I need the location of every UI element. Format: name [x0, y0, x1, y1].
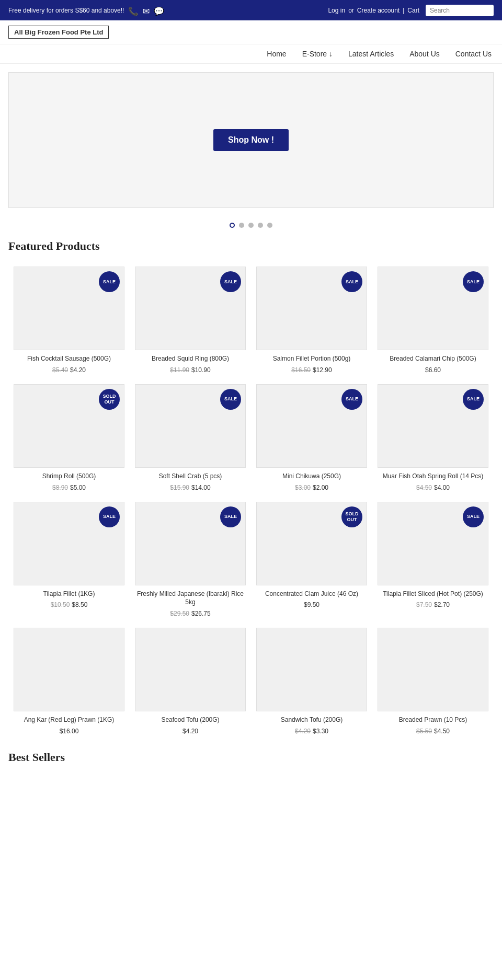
- nav-about-us[interactable]: About Us: [409, 50, 440, 58]
- nav-bar: Home E-Store ↓ Latest Articles About Us …: [0, 44, 502, 64]
- hero-banner: Shop Now !: [8, 72, 494, 208]
- price-original: $10.50: [51, 601, 70, 608]
- carousel-dot-5[interactable]: [267, 223, 272, 228]
- top-bar: Free delivery for orders S$60 and above!…: [0, 0, 502, 20]
- product-badge: SALE: [99, 506, 120, 527]
- price-current: $2.00: [313, 484, 328, 491]
- price-current: $3.30: [313, 728, 328, 735]
- product-price: $10.50$8.50: [14, 601, 124, 608]
- product-card[interactable]: SALEFreshly Milled Japanese (Ibaraki) Ri…: [130, 497, 251, 623]
- product-card[interactable]: SOLD OUTShrimp Roll (500G)$8.90$5.00: [8, 379, 130, 497]
- store-title[interactable]: All Big Frozen Food Pte Ltd: [8, 26, 109, 39]
- contact-icons: 📞 ✉ 💬: [128, 6, 164, 16]
- best-sellers-title: Best Sellers: [0, 740, 502, 769]
- product-name: Shrimp Roll (500G): [14, 472, 124, 481]
- price-original: $11.90: [170, 366, 189, 374]
- product-card[interactable]: SALESoft Shell Crab (5 pcs)$15.90$14.00: [130, 379, 251, 497]
- product-grid: SALEFish Cocktail Sausage (500G)$5.40$4.…: [0, 261, 502, 740]
- product-price: $8.90$5.00: [14, 484, 124, 491]
- product-badge: SALE: [341, 271, 362, 292]
- price-original: $5.50: [416, 728, 432, 735]
- product-price: $29.50$26.75: [135, 610, 246, 617]
- featured-products-title: Featured Products: [0, 234, 502, 261]
- product-image-area: SALE: [135, 384, 246, 468]
- top-bar-left: Free delivery for orders S$60 and above!…: [8, 4, 164, 16]
- product-badge: SALE: [463, 389, 484, 410]
- product-image-area: [135, 628, 246, 711]
- product-card[interactable]: SALETilapia Fillet Sliced (Hot Pot) (250…: [372, 497, 494, 623]
- product-card[interactable]: Sandwich Tofu (200G)$4.20$3.30: [251, 622, 372, 740]
- product-badge: SALE: [99, 271, 120, 292]
- product-card[interactable]: Seafood Tofu (200G)$4.20: [130, 622, 251, 740]
- product-price: $4.20: [135, 728, 246, 735]
- product-image-area: SALE: [135, 502, 246, 585]
- product-image-area: SALE: [378, 502, 488, 585]
- product-badge: SALE: [220, 506, 241, 527]
- product-card[interactable]: SALEFish Cocktail Sausage (500G)$5.40$4.…: [8, 261, 130, 379]
- price-original: $15.90: [170, 484, 189, 491]
- store-title-bar: All Big Frozen Food Pte Ltd: [0, 20, 502, 44]
- create-account-link[interactable]: Create account: [357, 7, 400, 14]
- product-card[interactable]: SALETilapia Fillet (1KG)$10.50$8.50: [8, 497, 130, 623]
- product-card[interactable]: SALEMuar Fish Otah Spring Roll (14 Pcs)$…: [372, 379, 494, 497]
- product-price: $5.40$4.20: [14, 366, 124, 374]
- product-card[interactable]: SOLD OUTConcentrated Clam Juice (46 Oz)$…: [251, 497, 372, 623]
- carousel-dot-2[interactable]: [239, 223, 244, 228]
- product-card[interactable]: SALESalmon Fillet Portion (500g)$16.50$1…: [251, 261, 372, 379]
- shop-now-button[interactable]: Shop Now !: [213, 129, 289, 151]
- carousel-dot-3[interactable]: [248, 223, 254, 228]
- product-name: Concentrated Clam Juice (46 Oz): [256, 590, 367, 598]
- product-image-area: [14, 628, 124, 711]
- carousel-dot-1[interactable]: [230, 223, 235, 228]
- product-name: Fish Cocktail Sausage (500G): [14, 354, 124, 363]
- product-price: $3.00$2.00: [256, 484, 367, 491]
- search-input[interactable]: [426, 5, 494, 16]
- price-current: $26.75: [191, 610, 211, 617]
- cart-link[interactable]: Cart: [407, 7, 419, 14]
- product-name: Ang Kar (Red Leg) Prawn (1KG): [14, 716, 124, 724]
- product-image-area: SALE: [135, 267, 246, 350]
- price-original: $4.50: [416, 484, 432, 491]
- product-price: $7.50$2.70: [378, 601, 488, 608]
- product-badge: SALE: [463, 506, 484, 527]
- product-name: Tilapia Fillet Sliced (Hot Pot) (250G): [378, 590, 488, 598]
- product-name: Tilapia Fillet (1KG): [14, 590, 124, 598]
- price-original: $4.20: [295, 728, 311, 735]
- nav-contact-us[interactable]: Contact Us: [455, 50, 492, 58]
- login-link[interactable]: Log in: [328, 7, 345, 14]
- product-card[interactable]: Breaded Prawn (10 Pcs)$5.50$4.50: [372, 622, 494, 740]
- price-current: $9.50: [304, 601, 320, 608]
- nav-estore[interactable]: E-Store ↓: [302, 50, 333, 58]
- product-card[interactable]: SALEBreaded Squid Ring (800G)$11.90$10.9…: [130, 261, 251, 379]
- price-current: $5.00: [70, 484, 86, 491]
- nav-latest-articles[interactable]: Latest Articles: [348, 50, 394, 58]
- product-card[interactable]: Ang Kar (Red Leg) Prawn (1KG)$16.00: [8, 622, 130, 740]
- product-price: $5.50$4.50: [378, 728, 488, 735]
- product-image-area: [256, 628, 367, 711]
- product-badge: SALE: [463, 271, 484, 292]
- price-current: $12.90: [313, 366, 332, 374]
- product-badge: SALE: [341, 389, 362, 410]
- price-original: $5.40: [52, 366, 68, 374]
- product-price: $16.50$12.90: [256, 366, 367, 374]
- price-current: $16.00: [60, 728, 79, 735]
- email-icon[interactable]: ✉: [143, 6, 150, 16]
- price-current: $8.50: [72, 601, 87, 608]
- product-card[interactable]: SALEBreaded Calamari Chip (500G)$6.60: [372, 261, 494, 379]
- price-current: $14.00: [191, 484, 211, 491]
- carousel-dots: [0, 216, 502, 234]
- product-card[interactable]: SALEMini Chikuwa (250G)$3.00$2.00: [251, 379, 372, 497]
- price-original: $16.50: [291, 366, 311, 374]
- whatsapp-icon[interactable]: 💬: [154, 6, 164, 16]
- price-current: $4.50: [434, 728, 450, 735]
- nav-home[interactable]: Home: [267, 50, 286, 58]
- product-image-area: SOLD OUT: [256, 502, 367, 585]
- auth-links: Log in or Create account | Cart: [328, 7, 419, 14]
- phone-icon[interactable]: 📞: [128, 6, 139, 16]
- product-price: $9.50: [256, 601, 367, 608]
- product-badge: SOLD OUT: [99, 389, 120, 410]
- price-current: $6.60: [425, 366, 441, 374]
- product-price: $16.00: [14, 728, 124, 735]
- best-sellers-section: Best Sellers: [0, 740, 502, 769]
- carousel-dot-4[interactable]: [258, 223, 263, 228]
